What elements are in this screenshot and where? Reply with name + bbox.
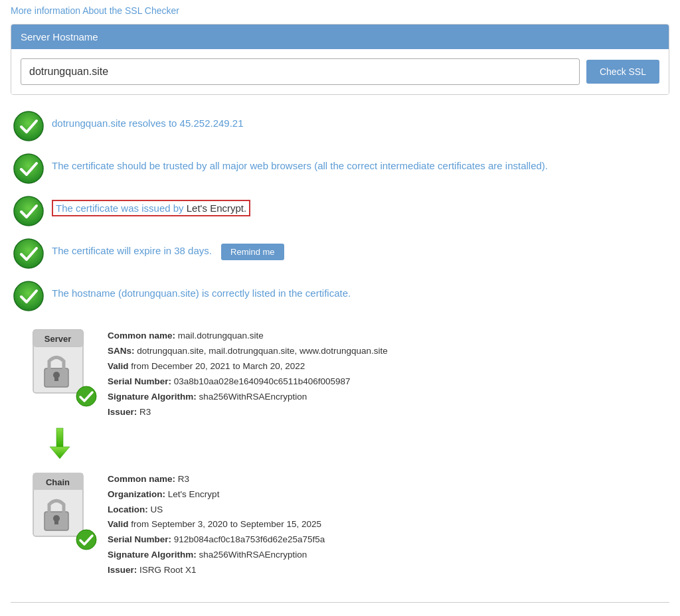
check-icon-expire xyxy=(13,238,44,269)
more-info-link[interactable]: More information About the SSL Checker xyxy=(0,0,680,19)
check-item-issuer: The certificate was issued by Let's Encr… xyxy=(13,196,667,226)
check-text-issuer: The certificate was issued by Let's Encr… xyxy=(52,196,250,215)
chain-cert-icon-container: Chain xyxy=(13,467,100,553)
check-icon-hostname xyxy=(13,281,44,311)
results-section: dotrungquan.site resolves to 45.252.249.… xyxy=(0,100,680,595)
check-item-hostname: The hostname (dotrungquan.site) is corre… xyxy=(13,281,667,311)
svg-point-4 xyxy=(14,281,43,311)
svg-rect-11 xyxy=(54,375,58,381)
ssl-input-row: Check SSL xyxy=(11,49,669,94)
check-item-resolve: dotrungquan.site resolves to 45.252.249.… xyxy=(13,111,667,141)
down-arrow-icon xyxy=(46,427,73,460)
ssl-header-label: Server Hostname xyxy=(21,31,98,42)
expire-text: The certificate will expire in 38 days. xyxy=(52,245,212,256)
server-cert-badge xyxy=(76,386,97,407)
server-sig-algo: Signature Algorithm: sha256WithRSAEncryp… xyxy=(108,390,388,405)
server-valid: Valid from December 20, 2021 to March 20… xyxy=(108,359,388,374)
check-icon-resolve xyxy=(13,111,44,141)
chain-sig-algo: Signature Algorithm: sha256WithRSAEncryp… xyxy=(108,548,325,563)
check-item-trusted: The certificate should be trusted by all… xyxy=(13,153,667,184)
ssl-checker-container: Server Hostname Check SSL xyxy=(11,24,669,95)
check-text-hostname: The hostname (dotrungquan.site) is corre… xyxy=(52,281,351,300)
svg-point-21 xyxy=(76,530,96,550)
svg-point-2 xyxy=(14,196,43,226)
server-serial: Serial Number: 03a8b10aa028e1640940c6511… xyxy=(108,374,388,390)
server-common-name: Common name: mail.dotrungquan.site xyxy=(108,329,388,344)
ssl-checker-header: Server Hostname xyxy=(11,25,669,49)
chain-common-name: Common name: R3 xyxy=(108,472,325,487)
bottom-divider xyxy=(11,602,669,603)
check-item-expire: The certificate will expire in 38 days. … xyxy=(13,238,667,269)
server-cert-icon-container: Server xyxy=(13,323,100,410)
server-cert-card: Server Common name: mail.dotrungquan.sit… xyxy=(13,323,667,420)
chain-location: Location: US xyxy=(108,502,325,518)
svg-point-12 xyxy=(76,386,96,406)
check-ssl-button[interactable]: Check SSL xyxy=(586,60,659,84)
svg-point-1 xyxy=(14,154,43,183)
chain-organization: Organization: Let's Encrypt xyxy=(108,487,325,502)
svg-point-0 xyxy=(14,112,43,141)
svg-rect-13 xyxy=(56,428,63,448)
chain-arrow xyxy=(13,427,667,460)
server-cert-details: Common name: mail.dotrungquan.site SANs:… xyxy=(108,323,388,420)
server-sans: SANs: dotrungquan.site, mail.dotrungquan… xyxy=(108,344,388,359)
svg-rect-20 xyxy=(54,518,58,524)
svg-point-3 xyxy=(14,239,43,268)
issuer-text-before: The certificate was issued by xyxy=(56,202,187,214)
remind-me-button[interactable]: Remind me xyxy=(221,244,284,260)
chain-cert-card: Chain Common name: R3 Organization: xyxy=(13,467,667,579)
issuer-text-highlighted: Let's Encrypt. xyxy=(187,202,246,214)
hostname-input[interactable] xyxy=(21,58,580,85)
chain-cert-badge xyxy=(76,529,97,550)
check-icon-trusted xyxy=(13,153,44,184)
server-issuer: Issuer: R3 xyxy=(108,405,388,420)
chain-cert-details: Common name: R3 Organization: Let's Encr… xyxy=(108,467,325,579)
check-icon-issuer xyxy=(13,196,44,226)
check-text-expire: The certificate will expire in 38 days. … xyxy=(52,238,284,260)
issuer-highlight-box: The certificate was issued by Let's Encr… xyxy=(52,200,250,216)
svg-marker-14 xyxy=(50,447,70,459)
svg-text:Chain: Chain xyxy=(46,477,70,487)
check-text-resolve: dotrungquan.site resolves to 45.252.249.… xyxy=(52,111,244,130)
chain-serial: Serial Number: 912b084acf0c18a753f6d62e2… xyxy=(108,532,325,548)
check-text-trusted: The certificate should be trusted by all… xyxy=(52,153,548,173)
chain-issuer: Issuer: ISRG Root X1 xyxy=(108,563,325,578)
chain-valid: Valid from September 3, 2020 to Septembe… xyxy=(108,517,325,532)
svg-text:Server: Server xyxy=(44,334,71,344)
